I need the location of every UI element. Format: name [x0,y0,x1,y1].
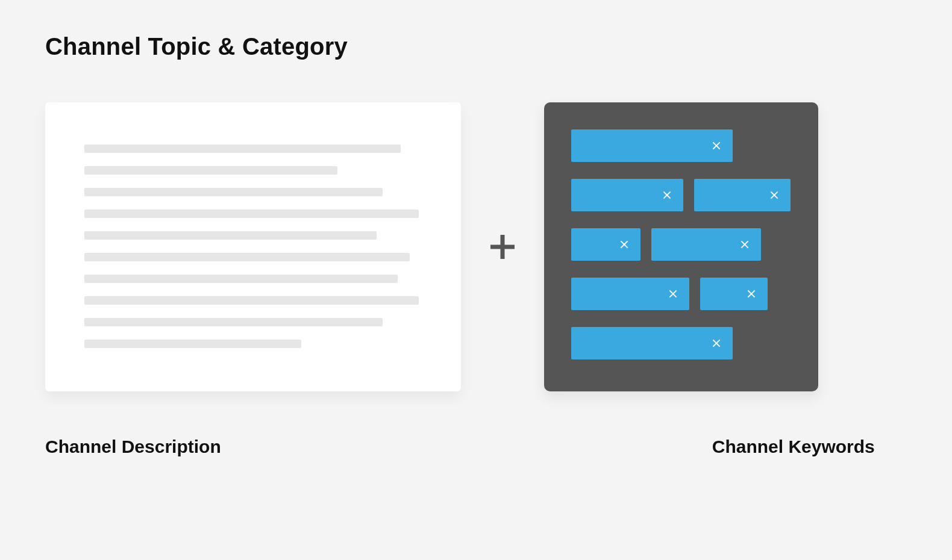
close-icon[interactable] [657,185,677,205]
keywords-label: Channel Keywords [712,437,875,457]
text-line [84,275,398,283]
keyword-row [571,228,794,261]
keyword-tag[interactable] [571,129,733,162]
text-line [84,340,301,348]
close-icon[interactable] [706,135,727,156]
text-line [84,145,401,153]
page-title: Channel Topic & Category [45,33,907,60]
description-card [45,102,461,391]
keywords-card [544,102,818,391]
diagram-page: Channel Topic & Category Channel Descrip… [0,0,952,481]
text-line [84,318,383,326]
labels-row: Channel Description Channel Keywords [45,437,907,457]
close-icon[interactable] [764,185,784,205]
keyword-row [571,278,794,310]
close-icon[interactable] [741,284,762,304]
text-line [84,166,337,175]
keyword-tag[interactable] [571,228,640,261]
keyword-tag[interactable] [571,327,733,359]
close-icon[interactable] [706,333,727,353]
close-icon[interactable] [614,234,634,255]
keyword-row [571,327,794,359]
diagram-row [45,102,907,391]
text-line [84,210,419,218]
text-line [84,296,419,305]
keyword-tag[interactable] [651,228,761,261]
keyword-row [571,179,794,211]
close-icon[interactable] [663,284,683,304]
close-icon[interactable] [734,234,755,255]
keyword-tag[interactable] [571,179,683,211]
keyword-tag[interactable] [571,278,689,310]
text-line [84,253,410,261]
text-line [84,231,377,240]
text-line [84,188,383,196]
keyword-row [571,129,794,162]
keyword-tag[interactable] [700,278,768,310]
plus-icon [488,232,517,261]
description-label: Channel Description [45,437,221,457]
keyword-tag[interactable] [694,179,791,211]
